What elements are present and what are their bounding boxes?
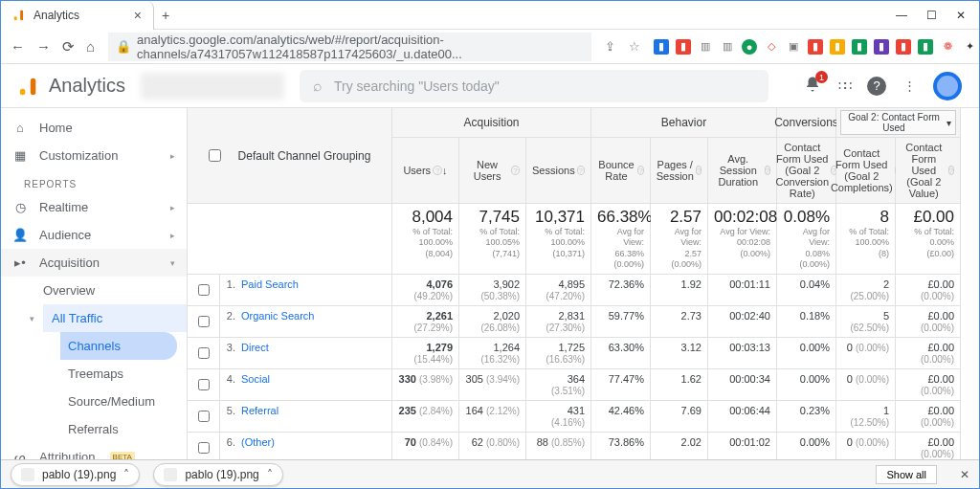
- property-selector-blurred[interactable]: [141, 73, 284, 100]
- select-all-checkbox[interactable]: [209, 149, 221, 162]
- sidebar-referrals[interactable]: Referrals: [60, 415, 187, 443]
- cell-users: 330 (3.98%): [392, 369, 459, 401]
- ext-icon[interactable]: ▮: [654, 39, 669, 55]
- ext-icon[interactable]: ▮: [852, 39, 867, 55]
- group-conversions: Conversions: [777, 108, 836, 138]
- download-item[interactable]: pablo (19).png˄: [153, 463, 282, 486]
- sidebar-source-medium[interactable]: Source/Medium: [60, 388, 187, 415]
- row-checkbox[interactable]: [188, 275, 220, 306]
- ext-icon[interactable]: ▮: [874, 39, 889, 55]
- sidebar-realtime[interactable]: ◷Realtime▸: [1, 193, 187, 221]
- acquisition-icon: ▸•: [12, 256, 28, 270]
- show-all-downloads[interactable]: Show all: [876, 465, 937, 484]
- reload-icon[interactable]: ⟳: [62, 38, 75, 56]
- back-icon[interactable]: ←: [11, 38, 25, 56]
- col-new-users[interactable]: New Users?: [459, 138, 526, 204]
- row-checkbox[interactable]: [188, 306, 220, 338]
- totals-spacer: [188, 204, 392, 275]
- channel-name[interactable]: 4.Social: [220, 369, 392, 401]
- star-icon[interactable]: ☆: [629, 39, 640, 54]
- channel-name[interactable]: 2.Organic Search: [220, 306, 392, 338]
- col-completions[interactable]: Contact Form Used (Goal 2 Completions)?: [836, 138, 896, 204]
- account-avatar[interactable]: [933, 72, 962, 100]
- close-downloads-icon[interactable]: ✕: [960, 468, 969, 481]
- cell-users: 235 (2.84%): [392, 401, 459, 433]
- forward-icon[interactable]: →: [36, 38, 51, 56]
- url-text: analytics.google.com/analytics/web/#/rep…: [137, 33, 591, 61]
- col-users[interactable]: Users? ↓: [392, 138, 459, 204]
- col-bounce[interactable]: Bounce Rate?: [591, 138, 651, 204]
- sidebar-attribution[interactable]: ᔕAttributionBETA: [1, 443, 187, 459]
- close-icon[interactable]: ✕: [956, 9, 966, 22]
- tab-close-icon[interactable]: ×: [134, 8, 142, 23]
- share-icon[interactable]: ⇪: [605, 39, 615, 54]
- chevron-down-icon: ▾: [30, 314, 34, 323]
- sidebar-home[interactable]: ⌂Home: [1, 114, 187, 142]
- url-field[interactable]: 🔒 analytics.google.com/analytics/web/#/r…: [108, 33, 591, 61]
- cell-completions: 0 (0.00%): [836, 338, 896, 369]
- total-duration: 00:02:08Avg for View:00:02:08 (0.00%): [708, 204, 777, 275]
- cell-value: £0.00 (0.00%): [896, 401, 961, 433]
- notifications-icon[interactable]: 1: [804, 76, 821, 96]
- row-checkbox[interactable]: [188, 401, 220, 433]
- row-checkbox[interactable]: [188, 338, 220, 369]
- chevron-up-icon[interactable]: ˄: [267, 468, 273, 481]
- image-file-icon: [164, 468, 177, 481]
- primary-dimension-header: Default Channel Grouping: [238, 149, 371, 163]
- col-value[interactable]: Contact Form Used (Goal 2 Value)?: [896, 138, 961, 204]
- cell-new-users: 164 (2.12%): [459, 401, 526, 433]
- browser-tab[interactable]: Analytics ×: [1, 1, 154, 30]
- goal-selector[interactable]: Goal 2: Contact Form Used▾: [836, 108, 961, 138]
- ext-icon[interactable]: ▮: [918, 39, 933, 55]
- download-item[interactable]: pablo (19).png˄: [11, 463, 140, 486]
- search-input[interactable]: ⌕ Try searching "Users today": [300, 70, 768, 102]
- channel-name[interactable]: 1.Paid Search: [220, 275, 392, 306]
- cell-value: £0.00 (0.00%): [896, 275, 961, 306]
- minimize-icon[interactable]: —: [896, 9, 907, 22]
- sidebar-audience[interactable]: 👤Audience▸: [1, 221, 187, 249]
- cell-bounce: 59.77%: [591, 306, 651, 338]
- ext-icon[interactable]: ▮: [830, 39, 845, 55]
- sidebar-channels[interactable]: Channels: [60, 332, 177, 360]
- row-checkbox[interactable]: [188, 369, 220, 401]
- sidebar-customization[interactable]: ▦Customization▸: [1, 142, 187, 169]
- ext-icon[interactable]: ▮: [808, 39, 823, 55]
- col-duration[interactable]: Avg. Session Duration?: [708, 138, 777, 204]
- channel-name[interactable]: 6.(Other): [220, 433, 392, 459]
- help-icon[interactable]: ?: [867, 77, 886, 96]
- ext-icon[interactable]: ▥: [698, 39, 713, 55]
- cell-sessions: 364 (3.51%): [526, 369, 591, 401]
- ext-icon[interactable]: ▮: [896, 39, 911, 55]
- ext-icon[interactable]: ●: [742, 39, 757, 55]
- row-checkbox[interactable]: [188, 433, 220, 459]
- extensions-puzzle-icon[interactable]: ✦: [962, 39, 977, 55]
- app-logo[interactable]: Analytics: [18, 75, 125, 97]
- sidebar-treemaps[interactable]: Treemaps: [60, 360, 187, 388]
- ext-icon[interactable]: ◇: [764, 39, 779, 55]
- apps-icon[interactable]: ∷∷: [838, 78, 850, 93]
- sidebar-acquisition[interactable]: ▸•Acquisition▾: [1, 249, 187, 277]
- home-nav-icon[interactable]: ⌂: [86, 38, 95, 56]
- downloads-bar: pablo (19).png˄ pablo (19).png˄ Show all…: [1, 459, 979, 488]
- channel-name[interactable]: 5.Referral: [220, 401, 392, 433]
- cell-conv-rate: 0.00%: [777, 369, 836, 401]
- ext-icon[interactable]: ❁: [940, 39, 955, 55]
- cell-new-users: 3,902 (50.38%): [459, 275, 526, 306]
- header-menu-icon[interactable]: ⋮: [903, 78, 916, 93]
- cell-sessions: 431 (4.16%): [526, 401, 591, 433]
- ext-icon[interactable]: ▥: [720, 39, 735, 55]
- cell-bounce: 72.36%: [591, 275, 651, 306]
- col-sessions[interactable]: Sessions?: [526, 138, 591, 204]
- maximize-icon[interactable]: ☐: [926, 9, 937, 22]
- ext-icon[interactable]: ▣: [786, 39, 801, 55]
- cell-duration: 00:06:44: [708, 401, 777, 433]
- ext-icon[interactable]: ▮: [676, 39, 691, 55]
- new-tab-button[interactable]: +: [162, 8, 169, 23]
- sidebar-all-traffic[interactable]: ▾All Traffic: [43, 304, 187, 332]
- sidebar-overview[interactable]: Overview: [43, 277, 187, 304]
- col-pages[interactable]: Pages / Session?: [651, 138, 708, 204]
- col-conv-rate[interactable]: Contact Form Used (Goal 2 Conversion Rat…: [777, 138, 836, 204]
- cell-duration: 00:01:11: [708, 275, 777, 306]
- channel-name[interactable]: 3.Direct: [220, 338, 392, 369]
- chevron-up-icon[interactable]: ˄: [123, 468, 129, 481]
